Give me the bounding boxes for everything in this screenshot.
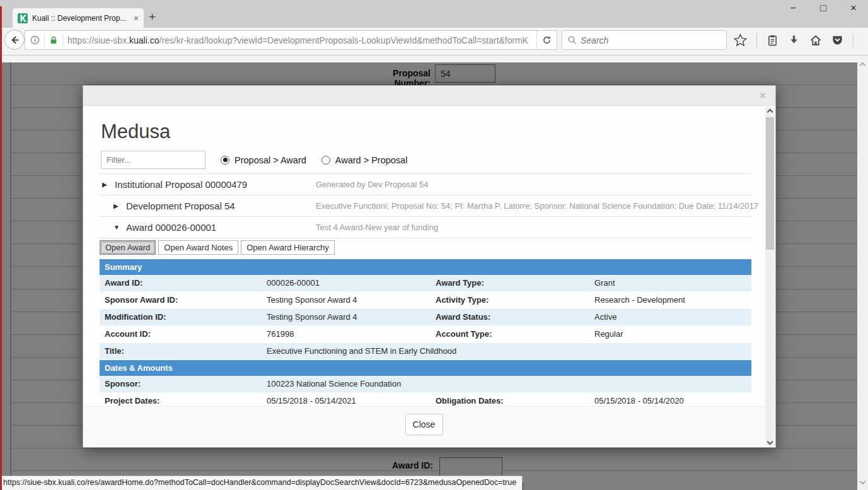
field-value: 100223 National Science Foundation xyxy=(267,376,751,392)
bookmark-star-icon[interactable] xyxy=(734,33,747,47)
tree-node-label[interactable]: Institutional Proposal 00000479 xyxy=(115,179,247,190)
field-label: Award Type: xyxy=(431,275,594,291)
field-label: Account ID: xyxy=(100,326,267,342)
browser-tab[interactable]: Kuali :: Development Prop... × xyxy=(13,8,144,28)
field-label: Sponsor: xyxy=(100,376,267,392)
medusa-radio-group: Proposal > AwardAward > Proposal xyxy=(221,155,407,165)
field-value: Research - Development xyxy=(594,292,751,308)
modal-content: Medusa Proposal > AwardAward > Proposal … xyxy=(83,106,765,406)
maximize-button[interactable]: □ xyxy=(818,3,829,14)
table-row: Modification ID:Testing Sponsor Award 4A… xyxy=(100,309,751,326)
tree-node-label[interactable]: Award 000026-00001 xyxy=(126,222,216,233)
modal-scroll-down-icon[interactable] xyxy=(767,439,773,445)
kuali-favicon-icon xyxy=(18,13,28,23)
table-row: Project Dates:05/15/2018 - 05/14/2021Obl… xyxy=(100,393,751,406)
radio-label: Award > Proposal xyxy=(335,155,408,165)
downloads-icon[interactable] xyxy=(788,34,800,46)
field-value: 000026-00001 xyxy=(267,275,431,291)
toolbar-separator xyxy=(756,33,757,47)
modal-scroll-up-icon[interactable] xyxy=(767,109,773,115)
field-label: Modification ID: xyxy=(100,309,267,325)
radio-selected-icon[interactable] xyxy=(221,156,229,165)
window-close-button[interactable]: × xyxy=(848,3,859,14)
home-icon[interactable] xyxy=(809,34,822,47)
field-value: 05/15/2018 - 05/14/2020 xyxy=(594,393,751,406)
tab-close-icon[interactable]: × xyxy=(134,13,139,23)
field-value: 05/15/2018 - 05/14/2021 xyxy=(267,393,431,406)
filter-input[interactable] xyxy=(101,151,205,169)
new-tab-button[interactable]: + xyxy=(149,10,156,24)
expand-icon[interactable]: ▶ xyxy=(113,202,122,209)
field-label: Award Status: xyxy=(431,309,594,325)
field-value: Testing Sponsor Award 4 xyxy=(267,309,431,325)
section-header: Dates & Amounts xyxy=(100,360,751,376)
modal-close-icon[interactable]: × xyxy=(760,90,766,102)
tab-title: Kuali :: Development Prop... xyxy=(32,14,130,23)
open-award-notes-button[interactable]: Open Award Notes xyxy=(158,240,238,255)
minimize-button[interactable]: − xyxy=(787,3,799,14)
field-label: Account Type: xyxy=(431,326,594,342)
modal-footer: Close xyxy=(83,406,765,447)
medusa-title: Medusa xyxy=(101,120,765,143)
field-value: Active xyxy=(594,309,751,325)
scroll-up-icon[interactable] xyxy=(860,62,866,69)
open-award-hierarchy-button[interactable]: Open Award Hierarchy xyxy=(241,240,335,255)
back-arrow-icon xyxy=(9,35,20,45)
reload-button[interactable] xyxy=(536,31,557,49)
window-accent-stripe xyxy=(0,6,2,490)
scroll-down-icon[interactable] xyxy=(860,479,866,485)
modal-titlebar: × xyxy=(83,86,775,106)
back-button[interactable] xyxy=(4,30,25,50)
award-actions: Open AwardOpen Award NotesOpen Award Hie… xyxy=(100,240,765,255)
radio-unselected-icon[interactable] xyxy=(321,156,330,165)
modal-scrollbar[interactable] xyxy=(765,107,775,446)
browser-titlebar: − □ × Kuali :: Development Prop... × + xyxy=(0,0,868,28)
medusa-tree: ▶Institutional Proposal 00000479Generate… xyxy=(100,173,751,238)
url-bar[interactable]: https://siue-sbx.kuali.co/res/kr-krad/lo… xyxy=(25,30,557,50)
search-bar[interactable] xyxy=(562,30,727,50)
medusa-modal: × Medusa Proposal > AwardAward > Proposa… xyxy=(83,85,776,448)
tree-row[interactable]: ▶Development Proposal 54Executive Functi… xyxy=(100,195,751,216)
table-row: Account ID:761998Account Type:Regular xyxy=(100,326,751,343)
field-label: Title: xyxy=(100,343,267,359)
bookmarks-clipboard-icon[interactable] xyxy=(767,34,778,47)
tree-node-label[interactable]: Development Proposal 54 xyxy=(126,201,235,211)
modal-scroll-thumb[interactable] xyxy=(766,117,774,250)
field-value: 761998 xyxy=(267,326,431,342)
search-icon xyxy=(567,35,577,45)
table-row: Award ID:000026-00001Award Type:Grant xyxy=(100,275,751,292)
search-input[interactable] xyxy=(581,35,707,45)
radio-proposal-award[interactable]: Proposal > Award xyxy=(221,155,306,165)
tree-node-description: Executive Functioni; Proposal No: 54; PI… xyxy=(316,201,758,211)
field-value: Executive Functioning and STEM in Early … xyxy=(267,343,751,359)
browser-scrollbar[interactable] xyxy=(857,55,868,490)
table-row: Sponsor Award ID:Testing Sponsor Award 4… xyxy=(100,292,751,309)
section-header: Summary xyxy=(100,259,751,275)
close-button[interactable]: Close xyxy=(405,414,443,435)
field-label: Obligation Dates: xyxy=(431,393,594,406)
tree-row[interactable]: ▼Award 000026-00001Test 4 Award-New year… xyxy=(100,216,751,238)
urlbar-separator xyxy=(44,34,45,47)
field-value: Regular xyxy=(594,326,751,342)
tree-row[interactable]: ▶Institutional Proposal 00000479Generate… xyxy=(100,173,751,195)
field-label: Project Dates: xyxy=(100,393,267,406)
status-url-tooltip: https://siue-sbx.kuali.co/res/awardHome.… xyxy=(0,475,523,490)
tree-node-description: Test 4 Award-New year of funding xyxy=(316,223,438,232)
info-icon[interactable] xyxy=(30,35,40,45)
expand-icon[interactable]: ▶ xyxy=(102,181,111,188)
window-controls: − □ × xyxy=(787,3,859,14)
collapse-icon[interactable]: ▼ xyxy=(113,224,122,231)
radio-award-proposal[interactable]: Award > Proposal xyxy=(321,155,408,165)
pocket-icon[interactable] xyxy=(831,34,843,46)
urlbar-separator xyxy=(62,34,63,47)
field-value: Testing Sponsor Award 4 xyxy=(267,292,431,308)
lock-icon[interactable] xyxy=(49,35,58,45)
toolbar-icons xyxy=(734,30,863,50)
award-detail-table: SummaryAward ID:000026-00001Award Type:G… xyxy=(100,259,751,406)
table-row: Sponsor:100223 National Science Foundati… xyxy=(100,376,751,393)
open-award-button[interactable]: Open Award xyxy=(100,240,156,255)
field-label: Award ID: xyxy=(100,275,267,291)
field-label: Activity Type: xyxy=(431,292,594,308)
toolbar-separator xyxy=(853,33,854,47)
url-text[interactable]: https://siue-sbx.kuali.co/res/kr-krad/lo… xyxy=(67,35,536,45)
